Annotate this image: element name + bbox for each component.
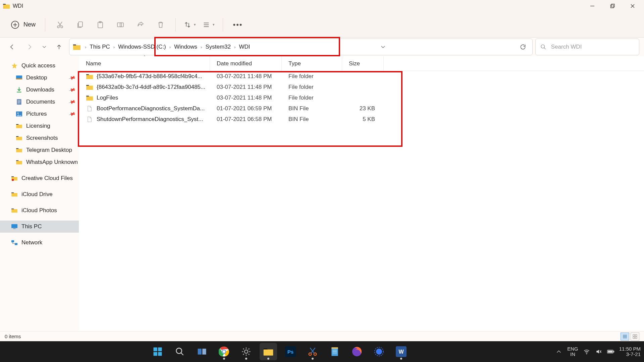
up-button[interactable] <box>52 40 66 54</box>
taskbar-clock[interactable]: 11:50 PM3-7-21 <box>619 346 641 357</box>
view-large-icons-button[interactable] <box>631 333 639 341</box>
sidebar-item-network[interactable]: Network <box>0 237 79 249</box>
forward-button[interactable] <box>22 40 37 54</box>
sidebar-item-licensing[interactable]: Licensing <box>0 120 79 132</box>
svg-rect-19 <box>11 240 14 242</box>
taskbar-firefox[interactable] <box>348 343 366 360</box>
nav-bar: › This PC › Windows-SSD (C:) › Windows ›… <box>0 38 644 56</box>
close-button[interactable] <box>623 0 643 12</box>
share-button[interactable] <box>132 16 149 34</box>
recent-locations-button[interactable] <box>40 40 49 54</box>
svg-point-44 <box>376 349 382 355</box>
search-input[interactable] <box>551 44 634 50</box>
chevron-right-icon[interactable]: › <box>199 45 204 50</box>
document-icon <box>15 98 23 106</box>
sidebar-item-pictures[interactable]: Pictures📌 <box>0 108 79 120</box>
rename-button[interactable] <box>112 16 129 34</box>
sidebar-quick-access[interactable]: Quick access <box>0 60 79 72</box>
volume-icon[interactable] <box>595 348 602 355</box>
search-icon <box>175 347 184 356</box>
refresh-button[interactable] <box>516 40 530 54</box>
taskbar: Ps W ENGIN 11:50 PM3-7-21 <box>0 341 644 362</box>
pin-icon: 📌 <box>68 110 76 118</box>
svg-point-47 <box>586 353 587 354</box>
battery-icon[interactable] <box>607 348 614 355</box>
svg-rect-50 <box>608 351 612 353</box>
taskbar-chrome[interactable] <box>215 343 233 360</box>
trash-icon <box>157 21 165 29</box>
sidebar-item-screenshots[interactable]: Screenshots <box>0 132 79 144</box>
copy-button[interactable] <box>71 16 89 34</box>
desktop-icon <box>15 74 23 81</box>
column-headers: Name˄ Date modified Type Size <box>79 56 644 71</box>
sidebar-item-documents[interactable]: Documents📌 <box>0 96 79 108</box>
sidebar-item-downloads[interactable]: Downloads📌 <box>0 84 79 96</box>
sort-button[interactable]: ▾ <box>182 20 198 30</box>
taskbar-search-button[interactable] <box>171 343 189 360</box>
breadcrumb-item[interactable]: This PC <box>89 42 110 52</box>
sidebar-item-label: Pictures <box>26 111 47 117</box>
column-header-type[interactable]: Type <box>282 56 342 71</box>
sidebar-item-label: Licensing <box>26 123 50 129</box>
svg-rect-22 <box>635 335 637 336</box>
breadcrumb-item[interactable]: Windows-SSD (C:) <box>117 42 167 52</box>
delete-button[interactable] <box>152 16 169 34</box>
language-indicator[interactable]: ENGIN <box>567 346 578 357</box>
column-header-date[interactable]: Date modified <box>210 56 282 71</box>
taskbar-signal[interactable] <box>370 343 388 360</box>
file-name: LogFiles <box>97 95 118 101</box>
paste-button[interactable] <box>92 16 109 34</box>
taskbar-photoshop[interactable]: Ps <box>282 343 299 360</box>
chevron-right-icon[interactable]: › <box>83 45 88 50</box>
breadcrumb-item[interactable]: Windows <box>173 42 198 52</box>
start-button[interactable] <box>149 343 166 360</box>
file-name: {86432a0b-3c7d-4ddf-a89c-172faa90485... <box>97 84 205 90</box>
taskbar-explorer[interactable] <box>260 343 277 360</box>
search-box[interactable] <box>535 39 639 55</box>
file-name: BootPerformanceDiagnostics_SystemDa... <box>97 105 205 112</box>
more-button[interactable]: ••• <box>229 16 247 34</box>
breadcrumb-item[interactable]: System32 <box>205 42 231 52</box>
maximize-button[interactable] <box>602 0 623 12</box>
task-view-button[interactable] <box>193 343 211 360</box>
sidebar-item-label: Telegram Desktop <box>26 147 72 154</box>
taskbar-settings[interactable] <box>237 343 255 360</box>
sidebar-item-telegram[interactable]: Telegram Desktop <box>0 144 79 156</box>
sidebar-item-desktop[interactable]: Desktop📌 <box>0 72 79 84</box>
rename-icon <box>116 21 124 29</box>
sidebar-item-this-pc[interactable]: This PC <box>0 221 79 233</box>
view-details-button[interactable] <box>621 333 629 341</box>
sidebar-item-icloud-drive[interactable]: iCloud Drive <box>0 188 79 200</box>
taskbar-word[interactable]: W <box>392 343 410 360</box>
chevron-right-icon[interactable]: › <box>111 45 117 50</box>
sidebar-item-label: WhatsApp Unknown <box>26 159 78 166</box>
minimize-button[interactable] <box>582 0 602 12</box>
command-bar: New ▾ ▾ ••• <box>0 12 644 38</box>
file-date: 03-07-2021 11:48 PM <box>217 84 272 90</box>
folder-row[interactable]: {86432a0b-3c7d-4ddf-a89c-172faa90485...0… <box>79 82 644 93</box>
view-button[interactable]: ▾ <box>201 20 217 30</box>
chevron-right-icon[interactable]: › <box>232 45 237 50</box>
breadcrumb-item[interactable]: WDI <box>238 42 251 52</box>
wifi-icon[interactable] <box>583 348 590 355</box>
file-row[interactable]: BootPerformanceDiagnostics_SystemDa...01… <box>79 103 644 114</box>
taskbar-snip[interactable] <box>304 343 321 360</box>
address-bar[interactable]: › This PC › Windows-SSD (C:) › Windows ›… <box>69 39 533 55</box>
taskbar-notepad[interactable] <box>326 343 343 360</box>
chevron-right-icon[interactable]: › <box>167 45 173 50</box>
folder-row[interactable]: LogFiles03-07-2021 11:48 PMFile folder <box>79 93 644 103</box>
cut-button[interactable] <box>51 16 69 34</box>
new-button[interactable]: New <box>7 18 39 31</box>
sidebar-item-icloud-photos[interactable]: iCloud Photos <box>0 204 79 217</box>
tray-expand-button[interactable] <box>555 348 562 355</box>
sidebar-item-creative-cloud[interactable]: Creative Cloud Files <box>0 172 79 184</box>
chevron-down-icon <box>42 45 47 49</box>
folder-row[interactable]: {533a67eb-9fb5-473d-b884-958cf4b9c4...03… <box>79 71 644 82</box>
column-header-name[interactable]: Name˄ <box>79 56 210 71</box>
sidebar-item-whatsapp[interactable]: WhatsApp Unknown <box>0 156 79 168</box>
file-type: File folder <box>288 84 314 90</box>
address-history-button[interactable] <box>376 40 390 54</box>
file-row[interactable]: ShutdownPerformanceDiagnostics_Syst...01… <box>79 114 644 125</box>
back-button[interactable] <box>5 40 19 54</box>
column-header-size[interactable]: Size <box>342 56 384 71</box>
